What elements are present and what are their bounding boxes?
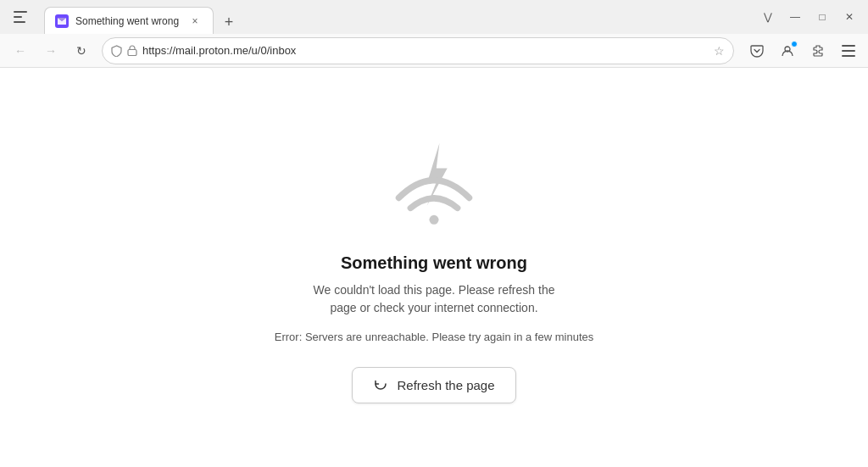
svg-rect-4	[128, 50, 136, 56]
address-bar[interactable]: https://mail.proton.me/u/0/inbox ☆	[102, 37, 734, 64]
active-tab[interactable]: Something went wrong ×	[44, 7, 214, 34]
tab-bar: Something went wrong × +	[44, 0, 749, 34]
svg-rect-8	[842, 55, 855, 57]
page-content: Something went wrong We couldn't load th…	[0, 68, 868, 467]
error-detail: Error: Servers are unreachable. Please t…	[275, 331, 593, 343]
shield-icon	[111, 45, 122, 57]
address-text: https://mail.proton.me/u/0/inbox	[142, 44, 709, 57]
nav-bar: ← → ↻ https://mail.proton.me/u/0/inbox ☆	[0, 34, 868, 68]
svg-rect-1	[14, 16, 22, 18]
menu-button[interactable]	[836, 38, 861, 64]
nav-right-icons	[744, 38, 861, 64]
refresh-page-icon	[373, 376, 388, 394]
error-description-line1: We couldn't load this page. Please refre…	[314, 283, 555, 297]
tab-close-button[interactable]: ×	[187, 14, 203, 29]
svg-rect-0	[14, 11, 27, 13]
refresh-page-button[interactable]: Refresh the page	[352, 367, 515, 403]
back-button[interactable]: ←	[7, 37, 34, 64]
window-controls-left	[7, 3, 34, 31]
pocket-button[interactable]	[744, 38, 770, 64]
refresh-nav-button[interactable]: ↻	[68, 37, 95, 64]
wifi-error-svg	[383, 131, 485, 233]
error-icon-container	[383, 131, 485, 233]
refresh-page-label: Refresh the page	[397, 378, 494, 392]
lock-icon	[127, 45, 137, 56]
title-bar: Something went wrong × + ⋁ — □ ✕	[0, 0, 868, 34]
error-description: We couldn't load this page. Please refre…	[314, 281, 555, 317]
restore-button[interactable]: □	[810, 5, 834, 29]
list-all-tabs-button[interactable]: ⋁	[756, 5, 780, 29]
forward-button[interactable]: →	[37, 37, 64, 64]
svg-rect-6	[842, 45, 855, 47]
svg-point-10	[429, 215, 438, 225]
extensions-button[interactable]	[805, 38, 831, 64]
close-window-button[interactable]: ✕	[837, 5, 861, 29]
error-description-line2: page or check your internet connection.	[330, 301, 537, 314]
new-tab-button[interactable]: +	[217, 10, 241, 34]
browser-chrome: Something went wrong × + ⋁ — □ ✕ ← → ↻	[0, 0, 868, 68]
svg-rect-7	[842, 50, 855, 52]
minimize-button[interactable]: —	[783, 5, 807, 29]
title-bar-right: ⋁ — □ ✕	[756, 5, 861, 29]
notification-dot	[791, 41, 798, 47]
tab-title: Something went wrong	[75, 15, 181, 27]
bookmark-button[interactable]: ☆	[714, 44, 725, 58]
tab-favicon	[55, 14, 69, 28]
svg-rect-2	[14, 21, 25, 23]
error-title: Something went wrong	[341, 253, 527, 273]
account-button[interactable]	[775, 38, 800, 64]
sidebar-toggle-button[interactable]	[7, 3, 34, 31]
